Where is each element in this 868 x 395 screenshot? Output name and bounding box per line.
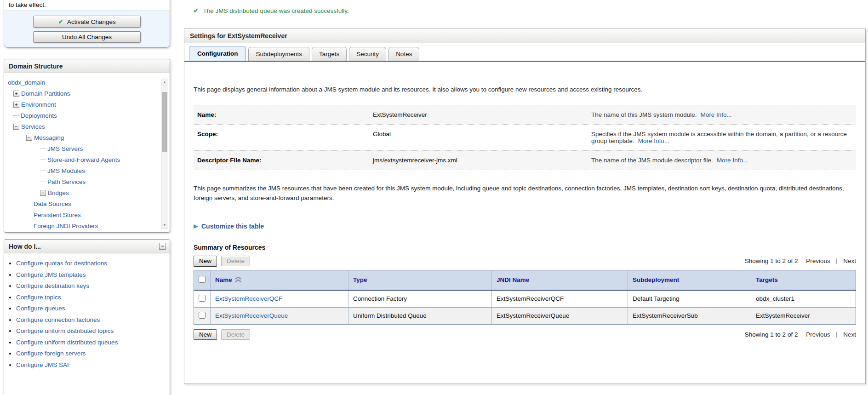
pagination-divider	[836, 258, 837, 264]
column-header-subdeployment[interactable]: Subdeployment	[628, 270, 751, 290]
more-info-link[interactable]: More Info...	[717, 157, 748, 164]
column-header-jndi-name[interactable]: JNDI Name	[492, 270, 628, 290]
more-info-link[interactable]: More Info...	[638, 137, 669, 144]
tree-dash	[40, 149, 46, 149]
howto-link-foreign-servers[interactable]: Configure foreign servers	[16, 350, 86, 357]
property-row-scope: Scope: Global Specifies if the JMS syste…	[194, 124, 856, 150]
column-header-type[interactable]: Type	[348, 270, 492, 290]
scroll-down-icon[interactable]: ▼	[161, 223, 168, 227]
howto-link-quotas[interactable]: Configure quotas for destinations	[16, 260, 107, 267]
tree-scrollbar[interactable]: ▲ ▼	[161, 79, 168, 229]
howto-link-uniform-distributed-queues[interactable]: Configure uniform distributed queues	[16, 339, 118, 346]
collapse-icon[interactable]: −	[13, 124, 19, 130]
expand-icon[interactable]: +	[13, 102, 19, 108]
tree-item-foreign-jndi-providers[interactable]: Foreign JNDI Providers	[4, 220, 168, 231]
list-item: Configure topics	[16, 294, 170, 301]
expand-icon[interactable]: +	[40, 190, 46, 196]
property-value: jms/extsystemreceiver-jms.xml	[373, 157, 591, 164]
panel-collapse-icon[interactable]: −	[159, 243, 166, 250]
expand-icon[interactable]: +	[13, 91, 19, 97]
showing-count: Showing 1 to 2 of 2	[745, 258, 798, 264]
tab-security[interactable]: Security	[349, 47, 386, 61]
select-all-header	[194, 270, 211, 290]
property-description: The name of this JMS system module.More …	[591, 111, 852, 118]
row-select-cell	[194, 307, 211, 324]
tree-item-deployments[interactable]: Deployments	[4, 110, 168, 121]
howto-link-uniform-distributed-topics[interactable]: Configure uniform distributed topics	[16, 327, 114, 334]
tab-configuration[interactable]: Configuration	[189, 46, 246, 61]
page-title: Settings for ExtSystemReceiver	[184, 29, 865, 43]
list-item: Configure quotas for destinations	[16, 260, 170, 267]
module-properties: Name: ExtSystemReceiver The name of this…	[194, 105, 856, 170]
sort-ascending-icon[interactable]	[235, 277, 241, 282]
property-row-descriptor-file: Descriptor File Name: jms/extsystemrecei…	[194, 150, 856, 170]
tree-item-messaging[interactable]: −Messaging	[4, 132, 168, 143]
tree-item-persistent-stores[interactable]: Persistent Stores	[4, 209, 168, 220]
domain-structure-panel: Domain Structure obdx_domain +Domain Par…	[4, 59, 170, 233]
activate-changes-button[interactable]: ✔Activate Changes	[33, 16, 141, 28]
delete-button[interactable]: Delete	[221, 256, 250, 266]
tree-item-path-services[interactable]: Path Services	[4, 176, 168, 187]
domain-tree: obdx_domain +Domain Partitions +Environm…	[4, 73, 170, 231]
resource-jndi-cell: ExtSystemReceiverQCF	[492, 290, 628, 308]
next-link[interactable]: Next	[843, 258, 856, 264]
table-controls-top: New Delete Showing 1 to 2 of 2 Previous …	[194, 256, 856, 266]
tree-item-domain-partitions[interactable]: +Domain Partitions	[4, 88, 168, 99]
howto-link-connection-factories[interactable]: Configure connection factories	[16, 316, 100, 323]
list-item: Configure queues	[16, 305, 170, 312]
row-checkbox[interactable]	[199, 295, 206, 302]
tree-item-data-sources[interactable]: Data Sources	[4, 198, 168, 209]
scroll-up-icon[interactable]: ▲	[161, 80, 168, 84]
resource-targets-cell: ExtSystemReceiver	[751, 307, 856, 324]
undo-all-changes-label: Undo All Changes	[62, 34, 112, 40]
tree-item-jms-servers[interactable]: JMS Servers	[4, 143, 168, 154]
howto-link-jms-templates[interactable]: Configure JMS templates	[16, 271, 86, 278]
howto-link-jms-saf[interactable]: Configure JMS SAF	[16, 361, 71, 368]
select-all-checkbox[interactable]	[199, 276, 206, 283]
howto-link-topics[interactable]: Configure topics	[16, 294, 61, 301]
previous-link[interactable]: Previous	[806, 258, 830, 264]
more-info-link[interactable]: More Info...	[701, 111, 732, 118]
next-link[interactable]: Next	[843, 331, 856, 338]
resources-table: Name Type JNDI Name Subdeployment Target…	[194, 270, 856, 325]
new-button[interactable]: New	[194, 256, 217, 266]
row-select-cell	[194, 290, 211, 308]
how-do-i-list: Configure quotas for destinations Config…	[4, 260, 170, 368]
new-button[interactable]: New	[194, 329, 217, 340]
property-label: Scope:	[197, 131, 373, 144]
property-value: Global	[373, 131, 591, 144]
list-item: Configure JMS templates	[16, 271, 170, 278]
howto-link-queues[interactable]: Configure queues	[16, 305, 65, 312]
list-item: Configure foreign servers	[16, 350, 170, 357]
tree-item-environment[interactable]: +Environment	[4, 99, 168, 110]
tab-targets[interactable]: Targets	[312, 47, 347, 61]
tab-notes[interactable]: Notes	[388, 47, 419, 61]
tree-item-services[interactable]: −Services	[4, 121, 168, 132]
tab-subdeployments[interactable]: Subdeployments	[248, 47, 309, 61]
resource-link[interactable]: ExtSystemReceiverQueue	[215, 312, 288, 319]
scrollbar-thumb[interactable]	[162, 92, 167, 152]
previous-link[interactable]: Previous	[806, 331, 830, 338]
property-label: Name:	[197, 111, 373, 118]
column-header-name[interactable]: Name	[211, 270, 348, 290]
resource-subdeployment-cell: Default Targeting	[628, 290, 751, 308]
delete-button[interactable]: Delete	[221, 329, 250, 340]
resource-link[interactable]: ExtSystemReceiverQCF	[215, 295, 282, 302]
resources-table-title: Summary of Resources	[194, 244, 856, 251]
tree-item-obdx-domain[interactable]: obdx_domain	[4, 77, 168, 88]
collapse-icon[interactable]: −	[26, 135, 32, 141]
customize-table-link[interactable]: Customize this table	[201, 223, 264, 230]
tree-dash	[40, 171, 46, 171]
row-checkbox[interactable]	[199, 312, 206, 319]
change-center-buttons: ✔Activate Changes Undo All Changes	[4, 10, 170, 48]
howto-link-destination-keys[interactable]: Configure destination keys	[16, 282, 89, 289]
tree-dash	[26, 215, 32, 215]
tree-item-jms-modules[interactable]: JMS Modules	[4, 165, 168, 176]
column-header-targets[interactable]: Targets	[751, 270, 856, 290]
property-value: ExtSystemReceiver	[373, 111, 591, 118]
tree-item-bridges[interactable]: +Bridges	[4, 187, 168, 198]
tree-dash	[40, 182, 46, 182]
undo-all-changes-button[interactable]: Undo All Changes	[33, 31, 141, 43]
list-item: Configure JMS SAF	[16, 361, 170, 368]
tree-item-store-and-forward-agents[interactable]: Store-and-Forward Agents	[4, 154, 168, 165]
